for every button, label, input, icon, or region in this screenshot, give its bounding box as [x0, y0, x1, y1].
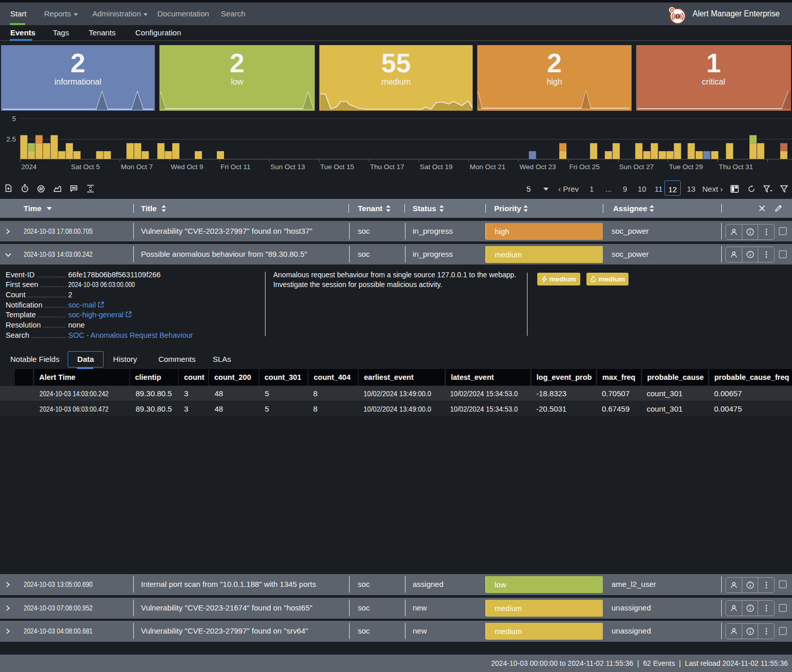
svg-text:Mon Oct 21: Mon Oct 21 [470, 163, 505, 171]
svg-text:Sat Oct 19: Sat Oct 19 [420, 163, 453, 171]
svg-text:Fri Oct 25: Fri Oct 25 [570, 163, 600, 171]
svg-text:Tue Oct 15: Tue Oct 15 [320, 163, 354, 171]
svg-text:Wed Oct 23: Wed Oct 23 [519, 163, 556, 171]
svg-text:Thu Oct 31: Thu Oct 31 [719, 163, 753, 171]
svg-text:Sun Oct 13: Sun Oct 13 [270, 163, 305, 171]
svg-text:2.5: 2.5 [6, 135, 16, 143]
svg-text:Wed Oct 9: Wed Oct 9 [171, 163, 204, 171]
svg-text:5: 5 [12, 115, 16, 123]
svg-text:Sat Oct 5: Sat Oct 5 [71, 163, 100, 171]
svg-text:2024: 2024 [21, 163, 37, 171]
svg-text:Mon Oct 7: Mon Oct 7 [121, 163, 153, 171]
svg-text:Sun Oct 27: Sun Oct 27 [619, 163, 654, 171]
svg-text:Tue Oct 29: Tue Oct 29 [669, 163, 703, 171]
svg-text:Fri Oct 11: Fri Oct 11 [220, 163, 250, 171]
svg-text:Thu Oct 17: Thu Oct 17 [370, 163, 404, 171]
